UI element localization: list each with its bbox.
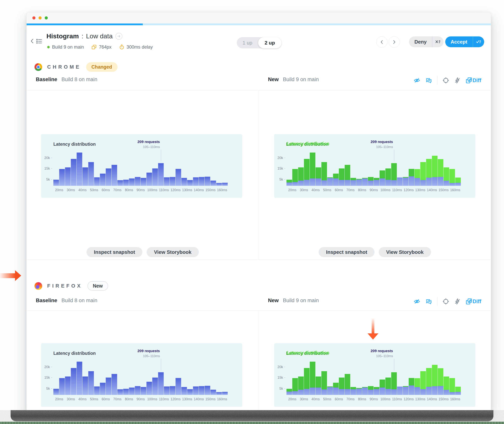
svg-text:30ms: 30ms (67, 397, 75, 401)
chrome-toolbar: Diff (413, 76, 481, 85)
laptop-base (0, 410, 504, 424)
inspect-snapshot-button[interactable]: Inspect snapshot (319, 247, 375, 257)
minimize-window-icon[interactable] (38, 16, 42, 19)
svg-text:20ms: 20ms (288, 397, 296, 401)
svg-text:20k: 20k (44, 156, 50, 160)
accept-split-button: Accept (445, 37, 484, 47)
deny-batch-button[interactable] (432, 39, 443, 44)
svg-text:160ms: 160ms (217, 397, 227, 401)
story-name: Low data (86, 32, 113, 40)
focus-button[interactable] (443, 298, 449, 305)
svg-text:105–110ms: 105–110ms (376, 145, 393, 149)
svg-text:120ms: 120ms (171, 397, 181, 401)
toggle-2up[interactable]: 2 up (258, 37, 282, 48)
svg-text:209 requests: 209 requests (138, 349, 160, 353)
view-storybook-button[interactable]: View Storybook (147, 247, 199, 257)
disable-animation-button[interactable] (454, 298, 461, 305)
svg-text:15k: 15k (277, 376, 283, 380)
build-progress-fill (27, 24, 143, 25)
svg-text:80ms: 80ms (358, 397, 366, 401)
close-window-icon[interactable] (32, 16, 36, 19)
svg-text:70ms: 70ms (113, 397, 122, 401)
hide-baseline-button[interactable] (413, 77, 420, 83)
svg-text:90ms: 90ms (137, 188, 145, 192)
chrome-baseline-header: Baseline Build 8 on main (36, 76, 97, 82)
svg-text:110ms: 110ms (392, 397, 402, 401)
svg-text:110ms: 110ms (159, 188, 169, 192)
svg-text:5k: 5k (46, 177, 50, 181)
goto-story-icon[interactable] (115, 33, 122, 40)
svg-text:30ms: 30ms (67, 188, 75, 192)
svg-text:140ms: 140ms (427, 188, 437, 192)
svg-text:140ms: 140ms (194, 188, 204, 192)
svg-text:90ms: 90ms (370, 397, 378, 401)
chrome-new-snapshot[interactable]: Latency distributionLatency distribution… (274, 134, 475, 198)
svg-text:160ms: 160ms (450, 397, 461, 401)
build-status-dot-icon (47, 46, 50, 48)
crosshair-icon (443, 77, 449, 84)
svg-text:30ms: 30ms (300, 188, 308, 192)
svg-text:50ms: 50ms (323, 397, 331, 401)
diff-label: Diff (473, 77, 481, 83)
accept-batch-button[interactable] (473, 39, 484, 44)
status-badge-changed: Changed (86, 62, 117, 72)
svg-text:130ms: 130ms (182, 397, 192, 401)
firefox-baseline-snapshot[interactable]: Latency distribution20k15k5k20ms30ms40ms… (41, 343, 242, 407)
svg-text:150ms: 150ms (205, 188, 215, 192)
page-title: Histogram : Low data (46, 32, 122, 40)
focus-button[interactable] (443, 77, 449, 84)
svg-text:105–110ms: 105–110ms (376, 354, 393, 358)
check-batch-icon (476, 39, 481, 44)
svg-text:110ms: 110ms (159, 397, 169, 401)
component-name: Histogram (46, 32, 79, 40)
toggle-1up[interactable]: 1 up (237, 37, 258, 48)
svg-text:5k: 5k (279, 177, 283, 181)
next-change-button[interactable] (389, 37, 400, 48)
zoom-window-icon[interactable] (45, 16, 48, 19)
svg-text:Latency distribution: Latency distribution (53, 351, 96, 356)
svg-text:50ms: 50ms (323, 188, 331, 192)
build-progress-bar (27, 24, 491, 25)
hide-baseline-button[interactable] (413, 298, 420, 305)
svg-text:150ms: 150ms (205, 397, 215, 401)
svg-text:60ms: 60ms (335, 188, 343, 192)
timer-icon (119, 44, 124, 50)
svg-text:140ms: 140ms (194, 397, 204, 401)
firefox-new-snapshot[interactable]: Latency distributionLatency distribution… (274, 343, 475, 407)
svg-text:60ms: 60ms (335, 397, 343, 401)
deny-button[interactable]: Deny (409, 39, 432, 45)
svg-text:20ms: 20ms (55, 188, 63, 192)
crosshair-icon (443, 298, 449, 305)
disable-animation-button[interactable] (454, 77, 461, 84)
view-storybook-button[interactable]: View Storybook (379, 247, 431, 257)
inspect-snapshot-button[interactable]: Inspect snapshot (86, 247, 142, 257)
eye-off-icon (413, 298, 420, 305)
svg-text:120ms: 120ms (404, 188, 414, 192)
svg-text:70ms: 70ms (113, 188, 122, 192)
svg-text:130ms: 130ms (415, 188, 425, 192)
chrome-new-actions: Inspect snapshot View Storybook (259, 247, 491, 257)
svg-text:60ms: 60ms (102, 188, 110, 192)
svg-text:160ms: 160ms (217, 188, 227, 192)
diff-toggle-button[interactable]: Diff (466, 298, 481, 305)
callout-arrow-down-icon (368, 318, 378, 340)
svg-text:90ms: 90ms (137, 397, 145, 401)
viewport-icon (92, 44, 97, 50)
deny-split-button: Deny (409, 37, 443, 47)
firefox-logo-icon (35, 282, 42, 290)
svg-text:40ms: 40ms (78, 397, 87, 401)
comments-button[interactable] (425, 298, 432, 305)
diff-toggle-button[interactable]: Diff (466, 77, 481, 84)
back-icon[interactable] (30, 38, 35, 44)
chrome-baseline-snapshot[interactable]: Latency distribution20k15k5k20ms30ms40ms… (41, 134, 242, 198)
chevron-left-icon (380, 40, 384, 44)
accept-button[interactable]: Accept (445, 39, 473, 45)
svg-text:100ms: 100ms (147, 397, 157, 401)
firefox-new-header: New Build 9 on main (268, 298, 319, 304)
story-list-icon[interactable] (36, 38, 42, 44)
browser-name: FIREFOX (47, 283, 82, 289)
svg-text:160ms: 160ms (450, 188, 461, 192)
comments-button[interactable] (425, 77, 432, 83)
svg-text:40ms: 40ms (312, 188, 320, 192)
previous-change-button[interactable] (376, 37, 387, 48)
